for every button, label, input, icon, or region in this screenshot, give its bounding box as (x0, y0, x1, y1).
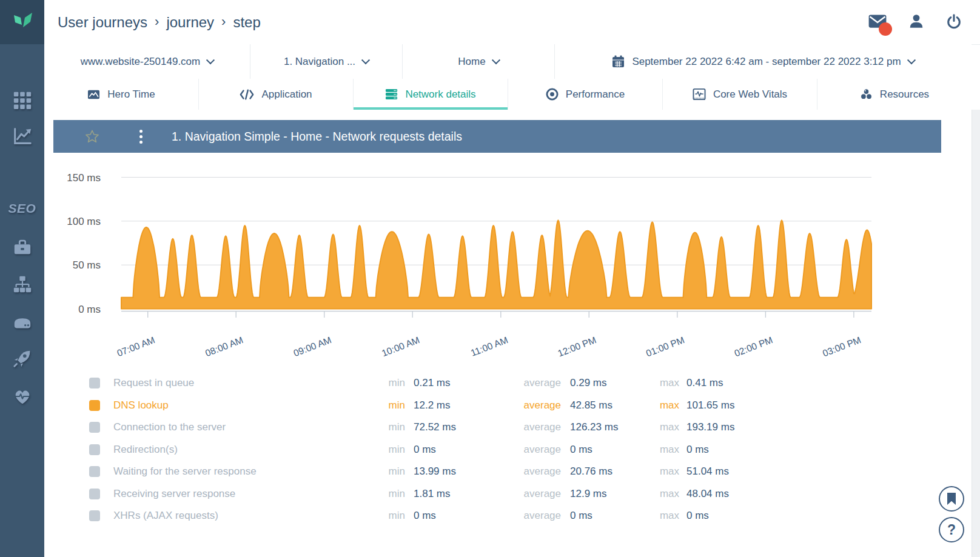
average-label: average (500, 377, 561, 389)
max-value: 193.19 ms (686, 421, 734, 433)
help-label: ? (947, 522, 956, 538)
max-value: 101.65 ms (686, 399, 734, 412)
legend-series-label[interactable]: Connection to the server (113, 421, 226, 433)
average-value: 126.23 ms (570, 421, 618, 433)
legend-row-redirections: Redirection(s) min 0 ms average 0 ms max… (44, 439, 972, 461)
hero-image-icon (87, 88, 100, 101)
eye-target-icon (546, 88, 559, 101)
legend-swatch[interactable] (89, 444, 100, 455)
tab-application[interactable]: Application (198, 79, 353, 110)
max-label: max (643, 421, 679, 433)
legend-swatch[interactable] (89, 422, 100, 433)
brand-logo[interactable] (0, 0, 44, 44)
max-value: 0 ms (686, 444, 709, 456)
legend-series-label[interactable]: Redirection(s) (113, 444, 178, 456)
tab-resources[interactable]: Resources (817, 79, 972, 110)
legend-swatch[interactable] (89, 510, 100, 521)
legend-swatch[interactable] (89, 378, 100, 389)
min-label: min (363, 510, 405, 522)
x-tick-label: 03:00 PM (821, 335, 862, 359)
max-value: 0 ms (686, 510, 709, 522)
chevron-down-icon (361, 56, 370, 64)
average-value: 0 ms (570, 444, 592, 456)
legend-row-request-in-queue: Request in queue min 0.21 ms average 0.2… (44, 372, 972, 395)
legend-series-label[interactable]: Waiting for the server response (113, 465, 257, 478)
max-label: max (643, 510, 679, 522)
tab-hero-time[interactable]: Hero Time (44, 79, 198, 110)
x-tick-label: 11:00 AM (469, 335, 509, 358)
max-label: max (643, 488, 679, 500)
legend-swatch[interactable] (89, 400, 100, 411)
sidebar-item-monitoring[interactable] (0, 126, 44, 147)
chevron-down-icon (206, 56, 215, 64)
favorite-star-icon[interactable] (85, 129, 99, 144)
tab-label: Core Web Vitals (713, 88, 787, 101)
average-value: 0 ms (570, 510, 592, 522)
rocket-icon (12, 349, 33, 369)
sidebar-item-servers[interactable] (0, 312, 44, 332)
notification-badge (879, 22, 892, 36)
average-value: 42.85 ms (570, 399, 612, 412)
code-icon (240, 88, 254, 101)
y-tick-label: 150 ms (67, 172, 101, 184)
legend-swatch[interactable] (89, 489, 100, 499)
server-stack-icon (385, 88, 398, 101)
x-tick-label: 12:00 PM (556, 335, 597, 359)
x-tick-label: 08:00 AM (204, 335, 244, 358)
sidebar-item-toolbox[interactable] (0, 237, 44, 258)
help-button[interactable]: ? (939, 517, 964, 542)
logout-button[interactable] (946, 13, 962, 32)
tab-performance[interactable]: Performance (508, 79, 662, 110)
tab-network-details[interactable]: Network details (353, 79, 508, 110)
sidebar-item-dashboards[interactable] (0, 90, 44, 110)
average-value: 20.76 ms (570, 465, 612, 478)
sidebar-item-seo[interactable]: SEO (0, 201, 44, 216)
website-selector[interactable]: www.website-250149.com (44, 44, 250, 79)
bookmark-button[interactable] (939, 486, 964, 512)
uptrends-leaf-logo (9, 10, 36, 35)
legend-series-label[interactable]: XHRs (AJAX requests) (113, 510, 218, 522)
chart-title: 1. Navigation Simple - Home - Network re… (172, 120, 462, 153)
tab-label: Performance (566, 88, 625, 101)
sidebar-item-health[interactable] (0, 386, 44, 407)
heart-pulse-icon (12, 386, 33, 407)
sidebar-item-rocket[interactable] (0, 349, 44, 369)
average-label: average (500, 399, 561, 412)
legend-swatch[interactable] (89, 466, 100, 477)
min-value: 0.21 ms (414, 377, 450, 389)
scrollbar-track[interactable] (972, 110, 980, 557)
chart-legend: Request in queue min 0.21 ms average 0.2… (44, 372, 972, 527)
chevron-down-icon (907, 56, 916, 64)
journey-selector-value: 1. Navigation ... (284, 56, 355, 68)
x-tick-label: 07:00 AM (116, 335, 156, 358)
average-value: 12.9 ms (570, 488, 606, 500)
journey-selector[interactable]: 1. Navigation ... (250, 44, 402, 79)
chevron-down-icon (492, 56, 500, 64)
bookmark-icon (946, 492, 957, 505)
step-selector[interactable]: Home (402, 44, 554, 79)
calendar-icon (612, 55, 625, 68)
legend-series-label[interactable]: Request in queue (113, 377, 194, 389)
server-drive-icon (12, 312, 33, 332)
legend-series-label[interactable]: DNS lookup (113, 399, 169, 412)
messages-button[interactable] (868, 14, 887, 31)
legend-series-label[interactable]: Receiving server response (113, 488, 235, 500)
sitemap-icon (12, 275, 33, 295)
legend-row-xhrs: XHRs (AJAX requests) min 0 ms average 0 … (44, 505, 972, 527)
header: User journeys › journey › step (44, 0, 980, 45)
account-button[interactable] (908, 13, 924, 32)
max-label: max (643, 377, 679, 389)
sidebar-item-sitemap[interactable] (0, 275, 44, 295)
chart-card-header: 1. Navigation Simple - Home - Network re… (53, 120, 941, 153)
x-tick-label: 01:00 PM (645, 335, 686, 359)
breadcrumb-user-journeys[interactable]: User journeys (58, 14, 147, 31)
tab-core-web-vitals[interactable]: Core Web Vitals (662, 79, 817, 110)
date-range-selector[interactable]: September 22 2022 6:42 am - september 22… (554, 44, 972, 79)
tab-label: Network details (405, 88, 475, 101)
average-label: average (500, 488, 561, 500)
tab-label: Resources (880, 88, 929, 101)
power-icon (946, 13, 962, 29)
card-menu-button[interactable] (136, 128, 146, 145)
min-value: 13.99 ms (414, 465, 456, 478)
breadcrumb-journey[interactable]: journey (166, 14, 214, 31)
